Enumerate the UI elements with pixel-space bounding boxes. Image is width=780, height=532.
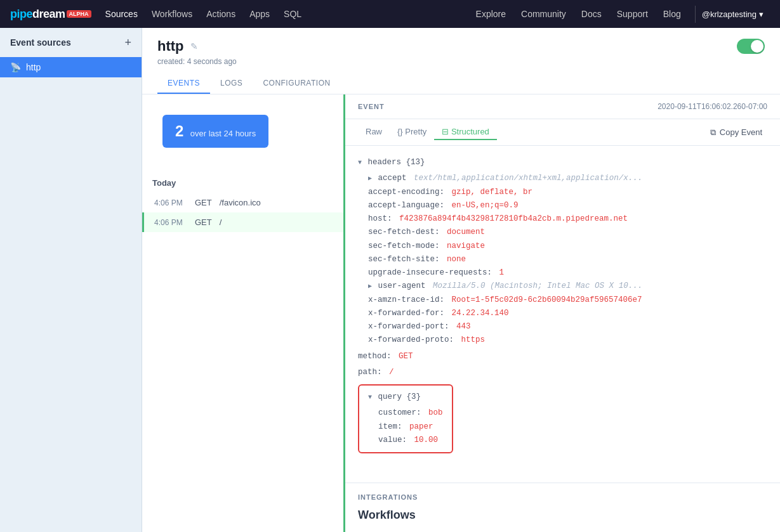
- value-key: value:: [378, 436, 407, 444]
- query-key: query {3}: [378, 393, 421, 401]
- sec-fetch-dest-val: document: [447, 228, 485, 237]
- item-key: item:: [378, 422, 402, 431]
- upgrade-insecure-key: upgrade-insecure-requests:: [368, 268, 492, 277]
- source-header: http ✎ created: 4 seconds ago EVENTS LOG…: [142, 28, 780, 94]
- copy-event-label: Copy Event: [720, 127, 762, 137]
- content-area: http ✎ created: 4 seconds ago EVENTS LOG…: [142, 28, 780, 532]
- method-key: method:: [358, 352, 392, 361]
- right-panel: EVENT 2020-09-11T16:06:02.260-07:00 Raw …: [345, 94, 780, 532]
- headers-key: headers {13}: [368, 158, 425, 167]
- event-time-2: 4:06 PM: [154, 218, 187, 227]
- sidebar-title: Event sources: [10, 37, 71, 48]
- sec-fetch-mode-key: sec-fetch-mode:: [368, 242, 440, 250]
- xamzn-row: x-amzn-trace-id: Root=1-5f5c02d9-6c2b600…: [358, 294, 767, 307]
- integrations-title: Workflows: [358, 509, 767, 522]
- alpha-badge: ALPHA: [67, 10, 91, 18]
- accept-encoding-key: accept-encoding:: [368, 188, 444, 197]
- accept-encoding-val: gzip, deflate, br: [452, 188, 533, 197]
- customer-row: customer: bob: [368, 406, 443, 420]
- topnav: pipedream ALPHA Sources Workflows Action…: [0, 0, 780, 28]
- nav-sources[interactable]: Sources: [99, 5, 144, 23]
- tab-logs[interactable]: LOGS: [210, 74, 253, 94]
- tab-events[interactable]: EVENTS: [157, 74, 210, 94]
- host-val: f423876a894f4b43298172810fb4a2cb.m.piped…: [399, 214, 628, 223]
- customer-key: customer:: [378, 408, 421, 417]
- event-count-badge: 2 over last 24 hours: [162, 115, 268, 148]
- x-forwarded-for-val: 24.22.34.140: [452, 309, 509, 318]
- caret-icon: ▼: [358, 159, 362, 166]
- topnav-main-links: Sources Workflows Actions Apps SQL: [99, 5, 467, 23]
- accept-row: ▶ accept text/html,application/xhtml+xml…: [358, 172, 767, 185]
- event-panel-header: EVENT 2020-09-11T16:06:02.260-07:00: [345, 94, 780, 119]
- logo[interactable]: pipedream ALPHA: [10, 8, 91, 21]
- user-menu[interactable]: @krlzaptesting ▾: [695, 6, 770, 23]
- value-val: 10.00: [414, 436, 439, 444]
- tab-pretty[interactable]: {} Pretty: [390, 124, 434, 140]
- user-agent-val: Mozilla/5.0 (Macintosh; Intel Mac OS X 1…: [433, 282, 642, 290]
- accept-key: accept: [378, 174, 407, 183]
- nav-community[interactable]: Community: [515, 5, 572, 23]
- x-forwarded-for-row: x-forwarded-for: 24.22.34.140: [358, 307, 767, 320]
- host-row: host: f423876a894f4b43298172810fb4a2cb.m…: [358, 212, 767, 226]
- nav-actions[interactable]: Actions: [200, 5, 242, 23]
- event-row-selected[interactable]: 4:06 PM GET /: [142, 212, 343, 232]
- chevron-down-icon: ▾: [759, 10, 763, 19]
- two-panel: 2 over last 24 hours Today 4:06 PM GET /…: [142, 94, 780, 532]
- source-toggle[interactable]: [737, 39, 765, 54]
- event-method-2: GET: [195, 217, 212, 227]
- x-forwarded-port-row: x-forwarded-port: 443: [358, 320, 767, 334]
- nav-workflows[interactable]: Workflows: [145, 5, 199, 23]
- path-key: path:: [358, 368, 382, 377]
- sec-fetch-site-key: sec-fetch-site:: [368, 255, 440, 264]
- sidebar-item-http[interactable]: 📡 http: [0, 57, 142, 77]
- toggle-on[interactable]: [737, 39, 765, 54]
- sec-fetch-site-val: none: [447, 255, 466, 264]
- event-count-label: over last 24 hours: [190, 129, 256, 138]
- edit-icon[interactable]: ✎: [190, 41, 198, 51]
- wifi-icon: 📡: [10, 62, 21, 72]
- nav-docs[interactable]: Docs: [575, 5, 608, 23]
- left-panel: 2 over last 24 hours Today 4:06 PM GET /…: [142, 94, 345, 532]
- x-forwarded-proto-key: x-forwarded-proto:: [368, 335, 454, 344]
- event-label: EVENT: [358, 103, 385, 110]
- nav-sql[interactable]: SQL: [277, 5, 308, 23]
- nav-blog[interactable]: Blog: [657, 5, 687, 23]
- upgrade-insecure-val: 1: [499, 268, 505, 277]
- source-created: created: 4 seconds ago: [157, 57, 765, 66]
- app-body: Event sources + 📡 http http ✎ created: 4…: [0, 28, 780, 532]
- customer-val: bob: [428, 408, 443, 417]
- method-val: GET: [399, 352, 413, 361]
- sec-fetch-site-row: sec-fetch-site: none: [358, 253, 767, 266]
- tab-structured[interactable]: ⊟ Structured: [434, 124, 497, 140]
- path-row: path: /: [358, 366, 767, 379]
- xamzn-key: x-amzn-trace-id:: [368, 295, 444, 304]
- nav-apps[interactable]: Apps: [243, 5, 276, 23]
- event-data: ▼ headers {13} ▶ accept text/html,applic…: [345, 146, 780, 483]
- events-date-group: Today: [142, 173, 343, 193]
- accept-val: text/html,application/xhtml+xml,applicat…: [414, 174, 642, 183]
- source-tabs: EVENTS LOGS CONFIGURATION: [157, 74, 765, 94]
- user-agent-row: ▶ user-agent Mozilla/5.0 (Macintosh; Int…: [358, 280, 767, 293]
- sec-fetch-dest-row: sec-fetch-dest: document: [358, 226, 767, 239]
- sidebar-item-label: http: [26, 62, 41, 72]
- accept-encoding-row: accept-encoding: gzip, deflate, br: [358, 186, 767, 199]
- nav-support[interactable]: Support: [611, 5, 654, 23]
- nav-explore[interactable]: Explore: [470, 5, 512, 23]
- x-forwarded-port-key: x-forwarded-port:: [368, 322, 449, 331]
- event-time-1: 4:06 PM: [154, 198, 187, 207]
- tab-configuration[interactable]: CONFIGURATION: [253, 74, 340, 94]
- accept-language-key: accept-language:: [368, 201, 444, 210]
- upgrade-insecure-row: upgrade-insecure-requests: 1: [358, 266, 767, 280]
- event-row[interactable]: 4:06 PM GET /favicon.ico: [142, 193, 343, 212]
- event-count-number: 2: [175, 122, 183, 139]
- path-val: /: [389, 368, 394, 377]
- item-row: item: paper: [368, 420, 443, 434]
- add-source-button[interactable]: +: [124, 37, 131, 48]
- tab-raw[interactable]: Raw: [358, 124, 390, 140]
- value-row: value: 10.00: [368, 434, 443, 447]
- sidebar: Event sources + 📡 http: [0, 28, 142, 532]
- x-forwarded-port-val: 443: [456, 322, 471, 331]
- toggle-knob: [751, 40, 763, 53]
- copy-event-button[interactable]: ⧉ Copy Event: [705, 125, 767, 140]
- event-timestamp: 2020-09-11T16:06:02.260-07:00: [658, 102, 767, 111]
